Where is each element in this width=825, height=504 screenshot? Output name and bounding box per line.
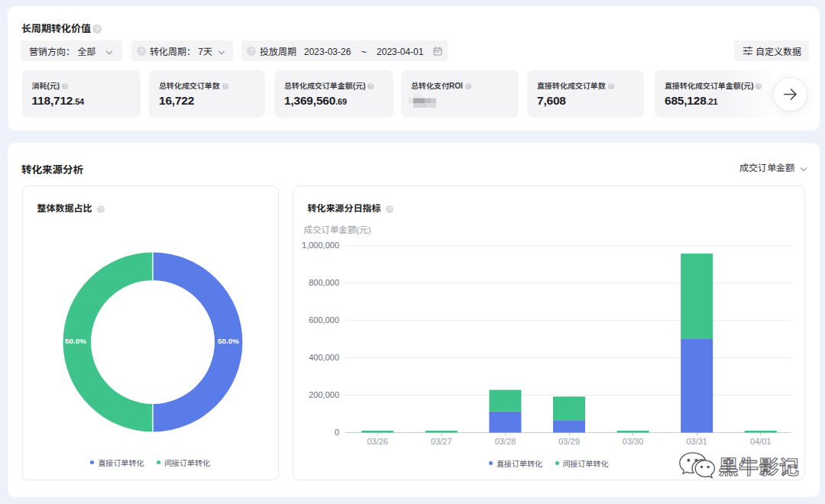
svg-text:600,000: 600,000 <box>309 315 339 325</box>
svg-text:03/28: 03/28 <box>494 437 516 446</box>
svg-text:800,000: 800,000 <box>309 278 339 287</box>
svg-text:400,000: 400,000 <box>309 353 339 362</box>
svg-text:0: 0 <box>334 428 338 437</box>
svg-text:50.0%: 50.0% <box>218 336 239 344</box>
svg-text:200,000: 200,000 <box>309 390 339 399</box>
svg-text:03/30: 03/30 <box>622 437 643 446</box>
svg-text:1,000,000: 1,000,000 <box>302 241 339 250</box>
svg-text:03/26: 03/26 <box>367 437 388 446</box>
svg-text:03/29: 03/29 <box>558 437 580 446</box>
svg-text:50.0%: 50.0% <box>65 336 86 344</box>
svg-text:03/27: 03/27 <box>431 437 452 446</box>
svg-text:黑牛影记: 黑牛影记 <box>719 451 800 480</box>
svg-text:03/31: 03/31 <box>686 437 707 446</box>
svg-text:04/01: 04/01 <box>750 437 772 446</box>
